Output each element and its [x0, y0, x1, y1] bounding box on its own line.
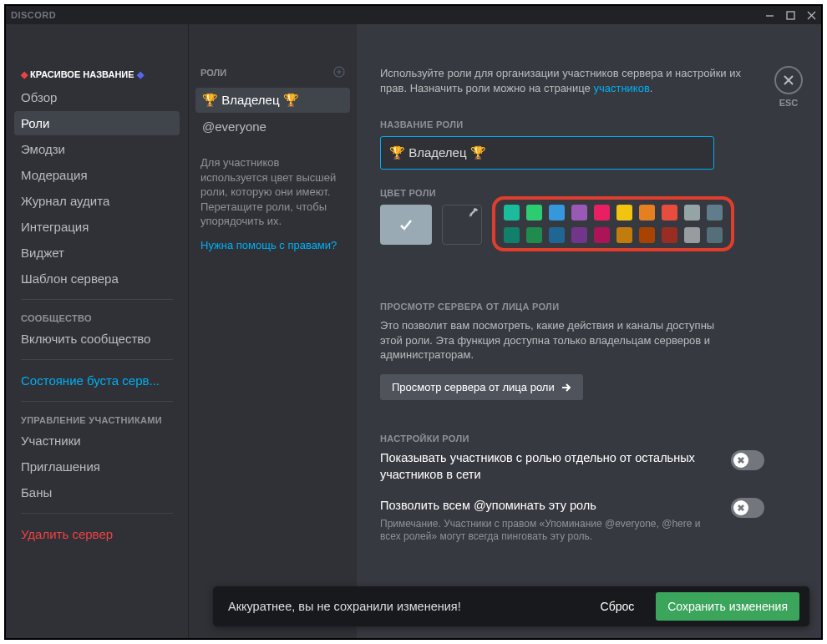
- color-swatch[interactable]: [549, 227, 565, 243]
- view-as-role-desc: Это позволит вам посмотреть, какие дейст…: [380, 318, 739, 363]
- color-swatch[interactable]: [662, 205, 677, 221]
- color-swatch[interactable]: [571, 227, 587, 243]
- roles-list-column: РОЛИ 🏆 Владелец 🏆 @everyone Для участник…: [188, 24, 357, 638]
- sidebar-item-delete-server[interactable]: Удалить сервер: [14, 522, 180, 546]
- titlebar: DISCORD: [6, 6, 821, 24]
- save-button[interactable]: Сохранить изменения: [656, 592, 799, 621]
- sidebar-item-template[interactable]: Шаблон сервера: [14, 266, 180, 291]
- role-item-everyone[interactable]: @everyone: [195, 114, 350, 139]
- eyedropper-icon: [468, 208, 479, 219]
- sidebar-item-bans[interactable]: Баны: [14, 480, 180, 505]
- app-name: DISCORD: [11, 10, 56, 20]
- custom-color-button[interactable]: [442, 205, 482, 245]
- setting-display-separately-title: Показывать участников с ролью отдельно о…: [380, 450, 714, 483]
- sidebar-item-auditlog[interactable]: Журнал аудита: [14, 189, 180, 213]
- color-swatch[interactable]: [639, 227, 655, 243]
- sidebar-item-emoji[interactable]: Эмодзи: [14, 137, 180, 161]
- view-as-role-button[interactable]: Просмотр сервера от лица роли: [380, 374, 583, 400]
- color-swatch[interactable]: [662, 227, 677, 243]
- color-swatch[interactable]: [594, 227, 610, 243]
- color-swatch[interactable]: [616, 227, 632, 243]
- color-swatch[interactable]: [707, 205, 723, 221]
- minimize-icon[interactable]: [765, 11, 774, 20]
- x-icon: [737, 504, 745, 512]
- color-swatch[interactable]: [526, 227, 542, 243]
- unsaved-message: Аккуратнее, вы не сохранили изменения!: [228, 600, 579, 613]
- role-settings-main: ESC Используйте роли для организации уча…: [357, 24, 821, 638]
- color-swatch[interactable]: [707, 227, 723, 243]
- add-role-button[interactable]: [333, 66, 345, 79]
- maximize-icon[interactable]: [786, 11, 795, 20]
- color-swatch[interactable]: [616, 205, 632, 221]
- close-icon: [783, 74, 794, 86]
- sidebar-item-boost-status[interactable]: Состояние буста серв...: [14, 368, 180, 393]
- sidebar-item-members[interactable]: Участники: [14, 428, 180, 453]
- setting-display-separately-toggle[interactable]: [731, 450, 764, 470]
- sidebar-item-overview[interactable]: Обзор: [14, 85, 180, 109]
- role-name-label: НАЗВАНИЕ РОЛИ: [380, 119, 788, 129]
- roles-help-link[interactable]: Нужна помощь с правами?: [195, 239, 350, 251]
- default-color-swatch[interactable]: [380, 205, 432, 245]
- arrow-right-icon: [561, 383, 571, 393]
- color-swatch[interactable]: [684, 205, 700, 221]
- view-as-role-header: ПРОСМОТР СЕРВЕРА ОТ ЛИЦА РОЛИ: [380, 302, 739, 312]
- esc-label: ESC: [774, 98, 803, 108]
- color-swatch[interactable]: [571, 205, 587, 221]
- sidebar-header-members: УПРАВЛЕНИЕ УЧАСТНИКАМИ: [14, 410, 180, 427]
- setting-allow-mention-toggle[interactable]: [731, 498, 764, 518]
- sidebar-item-enable-community[interactable]: Включить сообщество: [14, 327, 180, 351]
- check-icon: [398, 216, 414, 233]
- color-swatch[interactable]: [594, 205, 610, 221]
- roles-list-header: РОЛИ: [200, 68, 226, 78]
- x-icon: [737, 456, 745, 464]
- svg-rect-1: [787, 12, 794, 19]
- members-link[interactable]: участников: [593, 82, 649, 94]
- role-settings-header: НАСТРОЙКИ РОЛИ: [380, 434, 764, 444]
- color-swatch[interactable]: [526, 205, 542, 221]
- sidebar-item-roles[interactable]: Роли: [14, 111, 180, 135]
- color-swatches-highlight: [492, 196, 734, 251]
- color-swatch[interactable]: [504, 205, 520, 221]
- color-swatch[interactable]: [639, 205, 655, 221]
- setting-allow-mention-note: Примечание. Участники с правом «Упоминан…: [380, 518, 714, 544]
- close-icon[interactable]: [807, 11, 816, 20]
- role-item-owner[interactable]: 🏆 Владелец 🏆: [195, 88, 350, 113]
- color-swatch[interactable]: [684, 227, 700, 243]
- role-name-input[interactable]: 🏆 Владелец 🏆: [380, 136, 714, 170]
- sidebar-item-moderation[interactable]: Модерация: [14, 163, 180, 187]
- role-name-value: 🏆 Владелец 🏆: [389, 145, 486, 160]
- setting-allow-mention-title: Позволить всем @упоминать эту роль: [380, 498, 714, 515]
- server-name-header: ◆ КРАСИВОЕ НАЗВАНИЕ ◆: [14, 66, 180, 84]
- intro-text: Используйте роли для организации участни…: [380, 66, 764, 96]
- color-swatch[interactable]: [549, 205, 565, 221]
- reset-button[interactable]: Сброс: [591, 593, 645, 620]
- sidebar-header-community: СООБЩЕСТВО: [14, 308, 180, 325]
- color-swatch[interactable]: [504, 227, 520, 243]
- unsaved-changes-bar: Аккуратнее, вы не сохранили изменения! С…: [213, 586, 809, 626]
- roles-hint-text: Для участников используется цвет высшей …: [195, 140, 350, 239]
- close-settings-button[interactable]: ESC: [774, 66, 803, 108]
- sidebar-item-integration[interactable]: Интеграция: [14, 215, 180, 239]
- settings-sidebar: ◆ КРАСИВОЕ НАЗВАНИЕ ◆ Обзор Роли Эмодзи …: [6, 24, 188, 638]
- sidebar-item-invites[interactable]: Приглашения: [14, 454, 180, 479]
- sidebar-item-widget[interactable]: Виджет: [14, 241, 180, 265]
